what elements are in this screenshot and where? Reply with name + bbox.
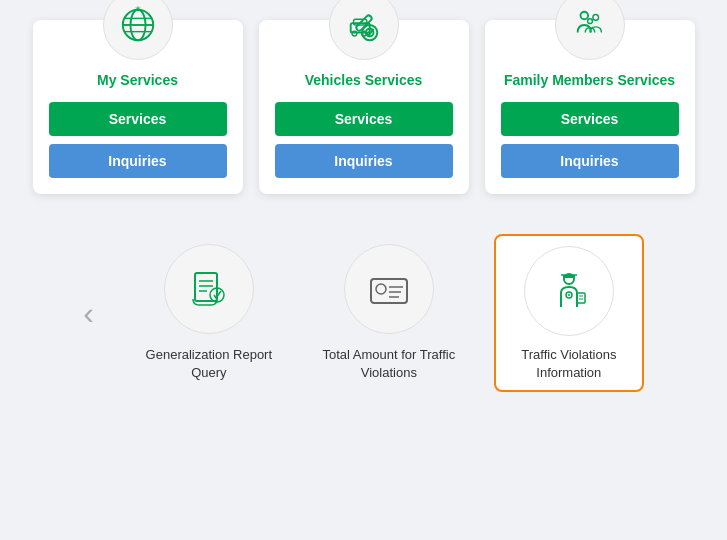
total-amount-traffic-icon-circle — [344, 244, 434, 334]
family-services-inquiries-button[interactable]: Inquiries — [501, 144, 679, 178]
svg-point-31 — [568, 294, 570, 296]
my-services-card: My Services Services Inquiries — [33, 20, 243, 194]
cards-section: My Services Services Inquiries Vehicles … — [20, 20, 707, 194]
traffic-violations-info-item[interactable]: Traffic Violations Information — [494, 234, 644, 392]
svg-point-16 — [587, 19, 592, 24]
vehicles-services-card: Vehicles Services Services Inquiries — [259, 20, 469, 194]
globe-icon — [119, 6, 157, 44]
vehicle-icon — [345, 6, 383, 44]
report-icon — [187, 267, 231, 311]
generalization-report-item[interactable]: Generalization Report Query — [134, 244, 284, 382]
my-services-title: My Services — [97, 72, 178, 88]
bottom-section: ‹ Generalization Report Query — [20, 234, 707, 392]
police-icon — [547, 269, 591, 313]
vehicles-services-icon-circle — [329, 0, 399, 60]
svg-rect-32 — [577, 293, 585, 303]
svg-point-14 — [580, 12, 588, 20]
vehicles-services-inquiries-button[interactable]: Inquiries — [275, 144, 453, 178]
total-amount-traffic-item[interactable]: Total Amount for Traffic Violations — [314, 244, 464, 382]
family-services-icon-circle — [555, 0, 625, 60]
my-services-icon-circle — [103, 0, 173, 60]
family-services-services-button[interactable]: Services — [501, 102, 679, 136]
svg-point-15 — [592, 15, 598, 21]
svg-point-23 — [376, 284, 386, 294]
total-amount-traffic-label: Total Amount for Traffic Violations — [314, 346, 464, 382]
traffic-violations-info-label: Traffic Violations Information — [506, 346, 632, 382]
svg-rect-17 — [195, 273, 217, 301]
family-services-title: Family Members Services — [504, 72, 675, 88]
traffic-violations-info-icon-circle — [524, 246, 614, 336]
my-services-inquiries-button[interactable]: Inquiries — [49, 144, 227, 178]
vehicles-services-title: Vehicles Services — [305, 72, 423, 88]
family-icon — [571, 6, 609, 44]
generalization-report-label: Generalization Report Query — [134, 346, 284, 382]
id-card-icon — [367, 267, 411, 311]
my-services-services-button[interactable]: Services — [49, 102, 227, 136]
generalization-report-icon-circle — [164, 244, 254, 334]
family-services-card: Family Members Services Services Inquiri… — [485, 20, 695, 194]
vehicles-services-services-button[interactable]: Services — [275, 102, 453, 136]
prev-arrow[interactable]: ‹ — [83, 295, 94, 332]
